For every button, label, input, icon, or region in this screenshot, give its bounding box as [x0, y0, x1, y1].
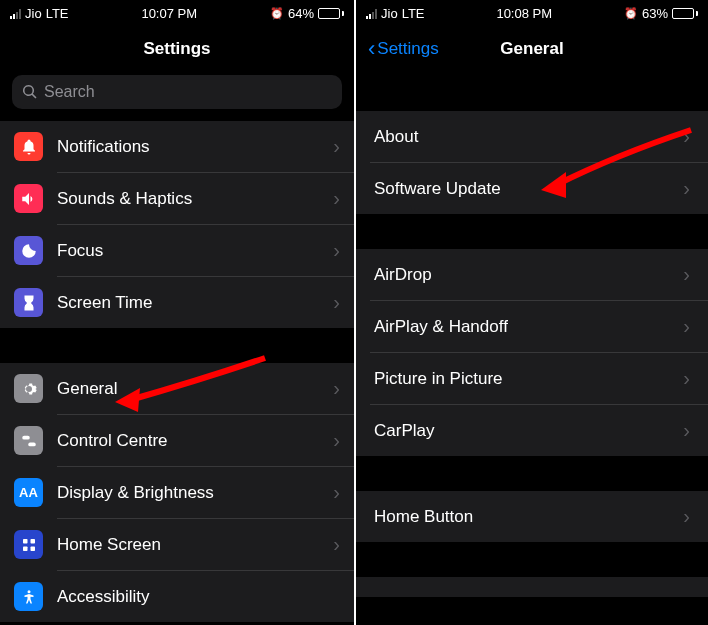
row-notifications[interactable]: Notifications › [0, 121, 354, 172]
row-label: Sounds & Haptics [57, 189, 333, 209]
row-screentime[interactable]: Screen Time › [0, 277, 354, 328]
row-airdrop[interactable]: AirDrop › [356, 249, 708, 300]
search-icon [22, 84, 38, 100]
row-control-centre[interactable]: Control Centre › [0, 415, 354, 466]
signal-icon [366, 9, 377, 19]
row-label: About [374, 127, 683, 147]
row-label: Picture in Picture [374, 369, 683, 389]
carrier-label: Jio [381, 6, 398, 21]
chevron-right-icon: › [333, 533, 340, 556]
row-homescreen[interactable]: Home Screen › [0, 519, 354, 570]
network-label: LTE [46, 6, 69, 21]
general-screen: Jio LTE 10:08 PM ⏰ 63% ‹ Settings Genera… [354, 0, 708, 625]
row-airplay[interactable]: AirPlay & Handoff › [356, 301, 708, 352]
general-icon [14, 374, 43, 403]
nav-bar: ‹ Settings General [356, 27, 708, 71]
control-centre-icon [14, 426, 43, 455]
chevron-right-icon: › [333, 481, 340, 504]
chevron-right-icon: › [683, 125, 690, 148]
nav-bar: Settings [0, 27, 354, 71]
chevron-right-icon: › [333, 187, 340, 210]
svg-rect-0 [22, 435, 30, 439]
row-label: General [57, 379, 333, 399]
back-button[interactable]: ‹ Settings [368, 38, 439, 60]
chevron-right-icon: › [333, 239, 340, 262]
row-label: Home Screen [57, 535, 333, 555]
row-label: Focus [57, 241, 333, 261]
network-label: LTE [402, 6, 425, 21]
chevron-right-icon: › [333, 377, 340, 400]
row-display[interactable]: AA Display & Brightness › [0, 467, 354, 518]
carrier-label: Jio [25, 6, 42, 21]
alarm-icon: ⏰ [624, 7, 638, 20]
row-label: Software Update [374, 179, 683, 199]
chevron-right-icon: › [333, 429, 340, 452]
time-label: 10:07 PM [141, 6, 197, 21]
row-label: Display & Brightness [57, 483, 333, 503]
focus-icon [14, 236, 43, 265]
chevron-back-icon: ‹ [368, 38, 375, 60]
chevron-right-icon: › [683, 263, 690, 286]
signal-icon [10, 9, 21, 19]
svg-rect-4 [23, 546, 28, 551]
sounds-icon [14, 184, 43, 213]
back-label: Settings [377, 39, 438, 59]
battery-icon [672, 8, 698, 19]
row-label: AirPlay & Handoff [374, 317, 683, 337]
chevron-right-icon: › [683, 177, 690, 200]
status-bar: Jio LTE 10:08 PM ⏰ 63% [356, 0, 708, 27]
general-section: AirDrop › AirPlay & Handoff › Picture in… [356, 249, 708, 456]
svg-rect-3 [30, 539, 35, 544]
status-bar: Jio LTE 10:07 PM ⏰ 64% [0, 0, 354, 27]
svg-rect-1 [28, 442, 36, 446]
row-label: Home Button [374, 507, 683, 527]
chevron-right-icon: › [683, 315, 690, 338]
svg-rect-5 [30, 546, 35, 551]
chevron-right-icon: › [683, 505, 690, 528]
chevron-right-icon: › [683, 419, 690, 442]
alarm-icon: ⏰ [270, 7, 284, 20]
chevron-right-icon: › [683, 367, 690, 390]
battery-pct: 63% [642, 6, 668, 21]
row-carplay[interactable]: CarPlay › [356, 405, 708, 456]
row-general[interactable]: General › [0, 363, 354, 414]
svg-rect-2 [23, 539, 28, 544]
row-about[interactable]: About › [356, 111, 708, 162]
row-label: Accessibility [57, 587, 340, 607]
page-title: Settings [143, 39, 210, 59]
row-label: Notifications [57, 137, 333, 157]
row-label: CarPlay [374, 421, 683, 441]
chevron-right-icon: › [333, 291, 340, 314]
general-section: Home Button › [356, 491, 708, 542]
row-accessibility[interactable]: Accessibility [0, 571, 354, 622]
accessibility-icon [14, 582, 43, 611]
svg-point-6 [27, 590, 30, 593]
row-software-update[interactable]: Software Update › [356, 163, 708, 214]
time-label: 10:08 PM [496, 6, 552, 21]
row-label: Screen Time [57, 293, 333, 313]
battery-icon [318, 8, 344, 19]
page-title: General [500, 39, 563, 59]
row-sounds[interactable]: Sounds & Haptics › [0, 173, 354, 224]
settings-section: General › Control Centre › AA Display & … [0, 363, 354, 622]
row-pip[interactable]: Picture in Picture › [356, 353, 708, 404]
chevron-right-icon: › [333, 135, 340, 158]
notifications-icon [14, 132, 43, 161]
settings-screen: Jio LTE 10:07 PM ⏰ 64% Settings Notifica… [0, 0, 354, 625]
homescreen-icon [14, 530, 43, 559]
search-box[interactable] [12, 75, 342, 109]
screentime-icon [14, 288, 43, 317]
display-icon: AA [14, 478, 43, 507]
row-label: Control Centre [57, 431, 333, 451]
row-label: AirDrop [374, 265, 683, 285]
row-focus[interactable]: Focus › [0, 225, 354, 276]
row-home-button[interactable]: Home Button › [356, 491, 708, 542]
general-section: About › Software Update › [356, 111, 708, 214]
settings-section: Notifications › Sounds & Haptics › Focus… [0, 121, 354, 328]
search-input[interactable] [44, 83, 332, 101]
battery-pct: 64% [288, 6, 314, 21]
